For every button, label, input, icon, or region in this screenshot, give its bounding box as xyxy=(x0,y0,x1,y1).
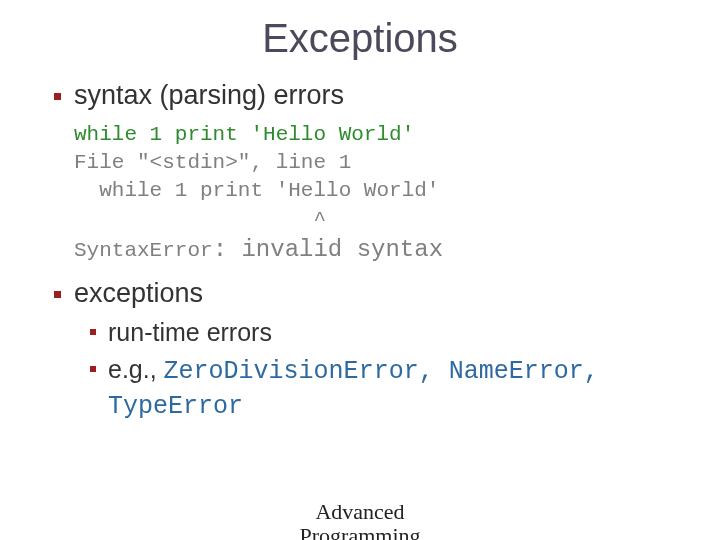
slide-title: Exceptions xyxy=(40,16,680,61)
bullet-syntax-errors: syntax (parsing) errors while 1 print 'H… xyxy=(74,79,680,267)
sub-bullet-eg: e.g., ZeroDivisionError, NameError, Type… xyxy=(108,353,680,424)
code-line-5a: SyntaxError xyxy=(74,239,213,262)
code-line-3: while 1 print 'Hello World' xyxy=(74,179,439,202)
code-line-1: while 1 print 'Hello World' xyxy=(74,123,414,146)
sub-bullet-runtime: run-time errors xyxy=(108,316,680,349)
code-line-2: File "<stdin>", line 1 xyxy=(74,151,351,174)
bullet-text: syntax (parsing) errors xyxy=(74,80,344,110)
bullet-list: syntax (parsing) errors while 1 print 'H… xyxy=(40,79,680,424)
error-types: ZeroDivisionError, NameError, TypeError xyxy=(108,357,599,422)
code-line-4: ^ xyxy=(74,208,326,231)
bullet-exceptions: exceptions run-time errors e.g., ZeroDiv… xyxy=(74,277,680,424)
bullet-text: exceptions xyxy=(74,278,203,308)
sub-bullet-text: run-time errors xyxy=(108,318,272,346)
sub-bullet-list: run-time errors e.g., ZeroDivisionError,… xyxy=(74,316,680,424)
sub-bullet-prefix: e.g., xyxy=(108,355,164,383)
footer-line-1: Advanced xyxy=(0,500,720,524)
footer: Advanced Programming xyxy=(0,500,720,540)
footer-line-2: Programming xyxy=(0,524,720,540)
code-line-5b: : invalid syntax xyxy=(213,236,443,263)
slide: Exceptions syntax (parsing) errors while… xyxy=(0,0,720,540)
code-block: while 1 print 'Hello World' File "<stdin… xyxy=(74,121,680,267)
